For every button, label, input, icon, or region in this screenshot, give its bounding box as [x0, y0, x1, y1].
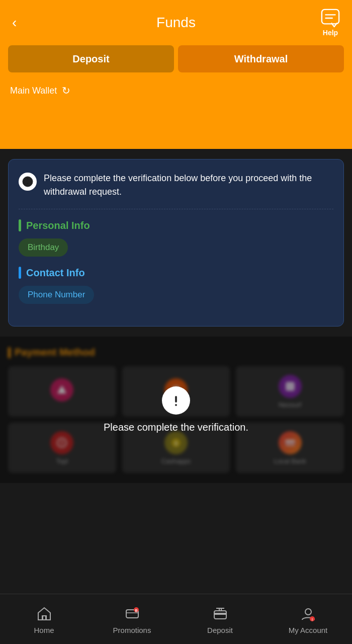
svg-rect-0 — [322, 10, 339, 24]
contact-info-bar — [19, 267, 21, 279]
wallet-label: Main Wallet — [10, 86, 57, 96]
back-button[interactable]: ‹ — [12, 15, 17, 31]
personal-info-bar — [19, 219, 21, 231]
verification-overlay: Please complete the verification. — [0, 337, 352, 483]
phone-number-tag[interactable]: Phone Number — [19, 286, 94, 304]
orange-spacer — [0, 109, 352, 149]
nav-label-home: Home — [34, 626, 54, 634]
svg-text:!: ! — [311, 618, 312, 621]
home-icon — [35, 605, 53, 623]
verification-alert-text: Please complete the verification below b… — [44, 172, 333, 199]
verification-card: ! ! Please complete the verification bel… — [8, 159, 344, 327]
contact-info-section: Contact Info Phone Number — [19, 267, 333, 304]
bottom-spacer — [0, 483, 352, 533]
my-account-icon: ! — [299, 605, 317, 623]
svg-rect-19 — [175, 396, 177, 403]
nav-label-my-account: My Account — [289, 626, 328, 634]
verification-alert: ! ! Please complete the verification bel… — [19, 172, 333, 209]
refresh-button[interactable]: ↻ — [62, 85, 70, 97]
tab-bar: Deposit Withdrawal — [0, 45, 352, 80]
main-content: ! ! Please complete the verification bel… — [0, 149, 352, 337]
overlay-verification-text: Please complete the verification. — [104, 422, 248, 433]
svg-text:B: B — [135, 609, 137, 612]
bottom-nav: Home B Promotions Deposit — [0, 594, 352, 644]
header: ‹ Funds Help — [0, 0, 352, 45]
nav-item-my-account[interactable]: ! My Account — [264, 594, 352, 644]
svg-rect-27 — [214, 613, 226, 615]
promotions-icon: B — [123, 605, 141, 623]
svg-rect-8 — [27, 184, 28, 185]
help-label: Help — [323, 29, 338, 37]
help-icon — [321, 9, 340, 28]
deposit-tab[interactable]: Deposit — [8, 45, 174, 72]
svg-rect-21 — [43, 616, 46, 620]
personal-info-section: Personal Info Birthday — [19, 219, 333, 257]
nav-item-promotions[interactable]: B Promotions — [88, 594, 176, 644]
svg-rect-20 — [175, 404, 177, 406]
birthday-tag[interactable]: Birthday — [19, 238, 68, 257]
nav-label-promotions: Promotions — [113, 626, 151, 634]
svg-rect-7 — [27, 179, 28, 183]
withdrawal-tab[interactable]: Withdrawal — [178, 45, 344, 72]
personal-info-title: Personal Info — [19, 219, 333, 231]
wallet-section: Main Wallet ↻ — [0, 80, 352, 109]
page-title: Funds — [156, 15, 196, 31]
overlay-alert-icon — [162, 386, 190, 415]
nav-item-deposit[interactable]: Deposit — [176, 594, 264, 644]
contact-info-title: Contact Info — [19, 267, 333, 279]
alert-icon: ! ! — [19, 173, 37, 191]
payment-section: Payment Method Neosurf — [0, 337, 352, 483]
deposit-icon — [211, 605, 229, 623]
nav-item-home[interactable]: Home — [0, 594, 88, 644]
help-button[interactable]: Help — [321, 9, 340, 37]
nav-label-deposit: Deposit — [207, 626, 233, 634]
svg-point-29 — [305, 609, 311, 615]
